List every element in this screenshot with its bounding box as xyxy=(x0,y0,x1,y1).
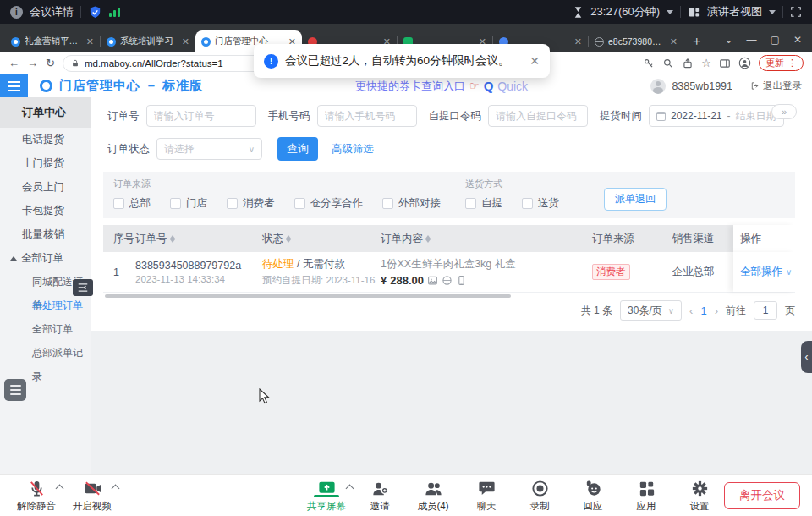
forward-button[interactable]: → xyxy=(27,57,38,69)
view-dropdown-icon[interactable] xyxy=(769,10,776,14)
header-content[interactable]: 订单内容 xyxy=(381,232,592,246)
checkbox[interactable] xyxy=(227,198,238,209)
sidebar-item-batch-verify[interactable]: 批量核销 xyxy=(0,222,91,246)
quick-label[interactable]: Quick xyxy=(497,80,528,93)
tab-close-icon[interactable]: ✕ xyxy=(86,36,94,47)
tab-close-icon[interactable]: ✕ xyxy=(670,36,678,47)
chrome-update-button[interactable]: 更新 ⋮ xyxy=(759,55,804,71)
advanced-filter-link[interactable]: 高级筛选 xyxy=(332,142,374,156)
unmute-button[interactable]: 解除静音 xyxy=(12,479,61,513)
table-row[interactable]: 1 83859345088979792a 2023-11-13 14:33:34… xyxy=(103,252,795,293)
sidebar-group-all-orders[interactable]: 全部订单 xyxy=(0,246,91,270)
checkbox[interactable] xyxy=(522,198,533,209)
sidebar-item-phone-pickup[interactable]: 电话提货 xyxy=(0,128,91,151)
user-avatar[interactable] xyxy=(650,79,666,94)
minimize-button[interactable]: — xyxy=(747,34,757,46)
password-key-icon[interactable] xyxy=(643,58,655,69)
checkbox[interactable] xyxy=(113,198,124,209)
share-screen-button[interactable]: 共享屏幕 xyxy=(302,479,351,513)
leave-meeting-button[interactable]: 离开会议 xyxy=(724,482,800,509)
delivery-option-pickup[interactable]: 自提 xyxy=(465,196,502,211)
sort-icon[interactable] xyxy=(425,235,431,243)
checkbox[interactable] xyxy=(294,198,305,209)
settings-button[interactable]: 设置 xyxy=(675,479,724,513)
sidebar-collapse-button[interactable] xyxy=(73,279,93,296)
timer-dropdown-icon[interactable] xyxy=(667,10,673,14)
tab-close-icon[interactable]: ✕ xyxy=(182,36,189,47)
new-tab-button[interactable]: ＋ xyxy=(690,33,703,49)
tab-search-icon[interactable]: ⌄ xyxy=(725,34,733,46)
close-window-button[interactable]: ✕ xyxy=(793,34,802,46)
header-order-no[interactable]: 订单号 xyxy=(135,232,262,246)
sidebar-item-member-visit[interactable]: 会员上门 xyxy=(0,175,91,199)
floating-menu-button[interactable] xyxy=(4,379,26,401)
members-button[interactable]: 成员(4) xyxy=(409,479,458,513)
menu-toggle-button[interactable] xyxy=(0,74,28,97)
zoom-icon[interactable] xyxy=(662,58,674,69)
pickup-code-input[interactable] xyxy=(488,105,588,127)
sort-icon[interactable] xyxy=(170,235,175,243)
mic-options-caret[interactable] xyxy=(56,484,64,492)
fullscreen-icon[interactable] xyxy=(790,6,802,18)
delivery-option-delivery[interactable]: 送货 xyxy=(522,196,559,211)
side-panel-icon[interactable] xyxy=(719,58,731,69)
sidebar-sub-all-orders[interactable]: 全部订单 xyxy=(0,317,91,341)
all-actions-dropdown[interactable]: 全部操作 ∨ xyxy=(740,265,792,279)
horizontal-scrollbar[interactable] xyxy=(105,294,511,298)
sidebar-item-door-pickup[interactable]: 上门提货 xyxy=(0,151,91,175)
sort-icon[interactable] xyxy=(286,235,291,243)
chat-button[interactable]: 聊天 xyxy=(462,479,511,513)
date-range-picker[interactable]: 2022-11-21 - 结束日期 xyxy=(649,105,784,127)
security-shield-icon[interactable] xyxy=(88,5,102,19)
sidebar-sub-hq-dispatch[interactable]: 总部派单记录 xyxy=(0,341,91,365)
maximize-button[interactable]: ▢ xyxy=(771,34,780,46)
bookmark-star-icon[interactable]: ☆ xyxy=(701,57,711,69)
meeting-details-label[interactable]: 会议详情 xyxy=(30,4,74,19)
page-size-select[interactable]: 30条/页 ∨ xyxy=(620,300,682,321)
view-mode-label[interactable]: 演讲者视图 xyxy=(707,4,762,19)
checkbox[interactable] xyxy=(382,198,393,209)
checkbox[interactable] xyxy=(465,198,476,209)
profile-icon[interactable] xyxy=(738,57,751,69)
source-option-warehouse[interactable]: 仓分享合作 xyxy=(294,196,364,211)
prev-page-button[interactable]: ‹ xyxy=(689,305,693,317)
video-options-caret[interactable] xyxy=(112,484,120,492)
panel-collapse-handle[interactable]: ‹ xyxy=(801,341,812,373)
network-signal-icon[interactable] xyxy=(109,7,120,17)
browser-menu-icon[interactable]: ⋮ xyxy=(787,58,797,69)
start-date[interactable]: 2022-11-21 xyxy=(671,110,722,122)
record-button[interactable]: 录制 xyxy=(515,479,564,513)
sidebar-sub-pending-orders[interactable]: 待处理订单 xyxy=(0,294,91,317)
source-option-external[interactable]: 外部对接 xyxy=(382,196,441,211)
expand-filters-button[interactable]: » xyxy=(771,104,797,119)
next-page-button[interactable]: › xyxy=(715,305,718,317)
invite-button[interactable]: 邀请 xyxy=(355,479,404,513)
source-option-hq[interactable]: 总部 xyxy=(113,196,151,211)
start-video-button[interactable]: 开启视频 xyxy=(68,479,117,513)
dispatch-return-button[interactable]: 派单退回 xyxy=(604,188,667,211)
apps-button[interactable]: 应用 xyxy=(622,479,671,513)
order-no-input[interactable] xyxy=(146,105,256,127)
quick-q-icon[interactable]: Q xyxy=(484,79,494,93)
source-option-consumer[interactable]: 消费者 xyxy=(227,196,275,211)
sidebar-item-card-pickup[interactable]: 卡包提货 xyxy=(0,199,91,222)
refresh-button[interactable]: ↻ xyxy=(46,57,55,69)
order-status-select[interactable]: 请选择 ∨ xyxy=(156,138,262,160)
header-status[interactable]: 状态 xyxy=(262,232,381,246)
browser-tab-2[interactable]: 系统培训学习 ✕ xyxy=(101,30,195,52)
toast-close-icon[interactable]: ✕ xyxy=(529,54,540,68)
logout-button[interactable]: 退出登录 xyxy=(750,80,802,92)
browser-tab-1[interactable]: 礼盒营销平台管理中心 ✕ xyxy=(5,30,100,52)
goto-page-input[interactable] xyxy=(754,301,777,320)
checkbox[interactable] xyxy=(170,198,181,209)
search-button[interactable]: 查询 xyxy=(277,137,318,161)
end-date-placeholder[interactable]: 结束日期 xyxy=(736,109,776,124)
share-options-caret[interactable] xyxy=(346,484,354,492)
source-option-store[interactable]: 门店 xyxy=(170,196,207,211)
coupon-query-link[interactable]: 更快捷的券卡查询入口 xyxy=(355,79,465,94)
tab-close-icon[interactable]: ✕ xyxy=(574,36,582,47)
browser-tab-7[interactable]: e8c573980b1328a258fd2e6i8 ✕ xyxy=(589,30,683,52)
back-button[interactable]: ← xyxy=(8,57,19,69)
current-page[interactable]: 1 xyxy=(700,305,706,317)
reactions-button[interactable]: 回应 xyxy=(568,479,617,513)
